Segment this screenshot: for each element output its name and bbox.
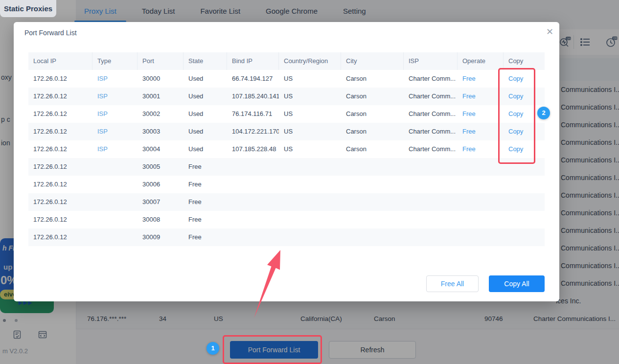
cell-operate (458, 176, 504, 193)
cell-type (92, 228, 138, 246)
copy-all-button[interactable]: Copy All (489, 275, 545, 292)
cell-type[interactable]: ISP (92, 70, 138, 88)
cell-copy (504, 193, 545, 211)
cell-operate[interactable]: Free (458, 105, 504, 123)
static-proxies-dropdown[interactable]: Static Proxies (0, 0, 56, 17)
cell-bind-ip (227, 158, 279, 176)
cell-local-ip: 172.26.0.12 (28, 105, 92, 123)
cell-isp (404, 211, 458, 228)
cell-copy[interactable]: Copy (504, 88, 545, 105)
port-row-30009: 172.26.0.1230009Free (28, 228, 545, 246)
cell-port: 30001 (138, 88, 183, 105)
table-header: Local IPTypePortStateBind IPCountry/Regi… (28, 52, 545, 70)
cell-city: Carson (341, 123, 404, 140)
cell-state: Used (183, 88, 227, 105)
cell-type (92, 193, 138, 211)
cell-country (279, 193, 341, 211)
cell-bind-ip: 107.185.240.141 (227, 88, 279, 105)
cell-local-ip: 172.26.0.12 (28, 70, 92, 88)
cell-port: 30009 (138, 228, 183, 246)
cell-type[interactable]: ISP (92, 123, 138, 140)
cell-copy[interactable]: Copy (504, 70, 545, 88)
cell-bind-ip (227, 211, 279, 228)
cell-isp: Charter Comm... (404, 70, 458, 88)
cell-operate (458, 158, 504, 176)
cell-local-ip: 172.26.0.12 (28, 228, 92, 246)
cell-country: US (279, 123, 341, 140)
cell-state: Used (183, 70, 227, 88)
port-row-30005: 172.26.0.1230005Free (28, 158, 545, 176)
cell-country: US (279, 70, 341, 88)
cell-state: Free (183, 211, 227, 228)
cell-operate[interactable]: Free (458, 70, 504, 88)
port-forward-table: Local IPTypePortStateBind IPCountry/Regi… (28, 52, 545, 246)
column-header-local-ip: Local IP (28, 52, 92, 70)
cell-local-ip: 172.26.0.12 (28, 140, 92, 158)
cell-state: Free (183, 176, 227, 193)
cell-copy (504, 211, 545, 228)
cell-operate[interactable]: Free (458, 88, 504, 105)
cell-state: Used (183, 123, 227, 140)
table-body: 172.26.0.12ISP30000Used66.74.194.127USCa… (28, 70, 545, 246)
cell-state: Free (183, 158, 227, 176)
cell-port: 30006 (138, 176, 183, 193)
cell-bind-ip (227, 176, 279, 193)
cell-isp: Charter Comm... (404, 88, 458, 105)
port-row-30000: 172.26.0.12ISP30000Used66.74.194.127USCa… (28, 70, 545, 88)
cell-port: 30005 (138, 158, 183, 176)
cell-type (92, 211, 138, 228)
cell-city (341, 193, 404, 211)
column-header-operate: Operate (458, 52, 504, 70)
cell-country: US (279, 88, 341, 105)
cell-type[interactable]: ISP (92, 140, 138, 158)
cell-operate[interactable]: Free (458, 123, 504, 140)
cell-copy (504, 158, 545, 176)
cell-type[interactable]: ISP (92, 105, 138, 123)
cell-port: 30003 (138, 123, 183, 140)
cell-operate (458, 211, 504, 228)
cell-country: US (279, 140, 341, 158)
cell-city: Carson (341, 88, 404, 105)
cell-city (341, 158, 404, 176)
port-row-30002: 172.26.0.12ISP30002Used76.174.116.71USCa… (28, 105, 545, 123)
cell-port: 30000 (138, 70, 183, 88)
cell-port: 30002 (138, 105, 183, 123)
port-row-30001: 172.26.0.12ISP30001Used107.185.240.141US… (28, 88, 545, 105)
close-icon[interactable]: ✕ (546, 27, 553, 37)
annotation-badge-2: 2 (537, 107, 550, 119)
cell-port: 30007 (138, 193, 183, 211)
cell-bind-ip (227, 228, 279, 246)
cell-city (341, 176, 404, 193)
column-header-copy: Copy (504, 52, 545, 70)
port-row-30006: 172.26.0.1230006Free (28, 176, 545, 193)
cell-type (92, 158, 138, 176)
cell-type (92, 176, 138, 193)
cell-bind-ip (227, 193, 279, 211)
cell-local-ip: 172.26.0.12 (28, 158, 92, 176)
cell-country (279, 228, 341, 246)
column-header-isp: ISP (404, 52, 458, 70)
cell-operate (458, 228, 504, 246)
cell-city: Carson (341, 105, 404, 123)
cell-isp: Charter Comm... (404, 140, 458, 158)
cell-state: Free (183, 193, 227, 211)
cell-copy (504, 228, 545, 246)
port-row-30004: 172.26.0.12ISP30004Used107.185.228.48USC… (28, 140, 545, 158)
cell-copy[interactable]: Copy (504, 140, 545, 158)
cell-country: US (279, 105, 341, 123)
cell-local-ip: 172.26.0.12 (28, 211, 92, 228)
cell-isp (404, 193, 458, 211)
cell-type[interactable]: ISP (92, 88, 138, 105)
cell-city (341, 228, 404, 246)
cell-copy[interactable]: Copy (504, 123, 545, 140)
cell-state: Free (183, 228, 227, 246)
cell-city (341, 211, 404, 228)
cell-operate[interactable]: Free (458, 140, 504, 158)
cell-city: Carson (341, 70, 404, 88)
port-forward-dialog: Port Forward List ✕ Local IPTypePortStat… (14, 22, 559, 301)
cell-local-ip: 172.26.0.12 (28, 88, 92, 105)
cell-local-ip: 172.26.0.12 (28, 123, 92, 140)
cell-local-ip: 172.26.0.12 (28, 176, 92, 193)
cell-bind-ip: 107.185.228.48 (227, 140, 279, 158)
free-all-button[interactable]: Free All (426, 275, 479, 292)
